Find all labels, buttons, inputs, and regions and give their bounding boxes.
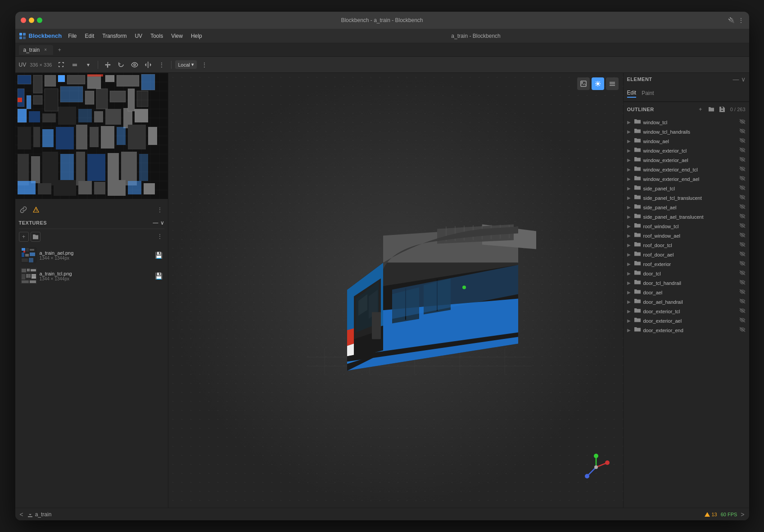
outliner-item[interactable]: ▶ door_tcl (624, 269, 749, 278)
menu-view-btn[interactable] (606, 77, 619, 90)
texture-save-tcl[interactable]: 💾 (155, 272, 163, 280)
outliner-visibility-btn[interactable] (739, 204, 746, 211)
save-outliner-btn[interactable] (718, 105, 727, 114)
outliner-item[interactable]: ▶ window_exterior_end_tcl (624, 165, 749, 174)
menu-transform[interactable]: Transform (99, 31, 130, 41)
outliner-item[interactable]: ▶ door_exterior_ael (624, 316, 749, 325)
textures-expand[interactable]: ∨ (160, 220, 164, 226)
outliner-item[interactable]: ▶ side_panel_tcl_translucent (624, 193, 749, 203)
outliner-visibility-btn[interactable] (739, 176, 746, 182)
texture-item-ael[interactable]: a_train_ael.png 1344 × 1344px 💾 (19, 245, 164, 265)
menu-uv[interactable]: UV (131, 31, 146, 41)
nav-right[interactable]: > (741, 511, 744, 518)
outliner-visibility-btn[interactable] (739, 251, 746, 258)
panel-more-icon[interactable]: ⋮ (155, 205, 164, 214)
textures-collapse[interactable]: — (153, 220, 158, 226)
more-icon[interactable]: ⋮ (738, 17, 744, 23)
tab-paint[interactable]: Paint (642, 90, 654, 97)
menu-tools[interactable]: Tools (147, 31, 167, 41)
outliner-item[interactable]: ▶ door_exterior_tcl (624, 307, 749, 316)
flip-btn[interactable] (142, 59, 154, 71)
outliner-item[interactable]: ▶ window_exterior_end_ael (624, 174, 749, 184)
outliner-item[interactable]: ▶ roof_exterior (624, 259, 749, 269)
link-icon[interactable] (19, 205, 28, 214)
more-btn[interactable]: ⋮ (156, 59, 167, 71)
outliner-item[interactable]: ▶ roof_window_tcl (624, 221, 749, 231)
image-view-btn[interactable] (577, 77, 590, 90)
outliner-visibility-btn[interactable] (739, 128, 746, 135)
outliner-item[interactable]: ▶ door_ael (624, 288, 749, 297)
eye-btn[interactable] (129, 59, 140, 71)
outliner-list[interactable]: ▶ window_tcl ▶ window_tcl_ (624, 117, 749, 508)
outliner-visibility-btn[interactable] (739, 157, 746, 163)
outliner-item[interactable]: ▶ roof_door_ael (624, 250, 749, 259)
rotate-btn[interactable] (115, 59, 127, 71)
outliner-item[interactable]: ▶ door_ael_handrail (624, 297, 749, 307)
outliner-item[interactable]: ▶ door_exterior_end (624, 325, 749, 335)
nav-left[interactable]: < (20, 511, 23, 518)
add-texture-folder-btn[interactable] (31, 232, 41, 242)
outliner-visibility-btn[interactable] (739, 147, 746, 154)
local-dropdown[interactable]: Local ▾ (175, 60, 196, 69)
outliner-visibility-btn[interactable] (739, 119, 746, 126)
outliner-item[interactable]: ▶ roof_window_ael (624, 231, 749, 240)
maximize-button[interactable] (37, 18, 42, 23)
close-button[interactable] (21, 18, 26, 23)
texture-save-ael[interactable]: 💾 (155, 252, 163, 259)
tab-close-button[interactable]: × (42, 47, 49, 53)
outliner-chevron: ▶ (627, 309, 633, 314)
outliner-visibility-btn[interactable] (739, 194, 746, 201)
dropdown-btn[interactable]: ▾ (82, 59, 94, 71)
tab-add-button[interactable]: + (55, 45, 64, 54)
outliner-item[interactable]: ▶ window_exterior_ael (624, 155, 749, 165)
add-cube-btn[interactable]: + (696, 105, 705, 114)
outliner-item[interactable]: ▶ side_panel_ael (624, 203, 749, 212)
outliner-visibility-btn[interactable] (739, 327, 746, 334)
tab-edit[interactable]: Edit (627, 90, 637, 98)
outliner-visibility-btn[interactable] (739, 289, 746, 296)
outliner-visibility-btn[interactable] (739, 138, 746, 144)
element-collapse[interactable]: — (733, 76, 739, 83)
outliner-visibility-btn[interactable] (739, 261, 746, 267)
menu-help[interactable]: Help (187, 31, 206, 41)
plugin-icon[interactable]: 🔌 (728, 17, 735, 23)
more-options-btn[interactable]: ⋮ (199, 59, 210, 71)
outliner-item[interactable]: ▶ window_ael (624, 136, 749, 146)
outliner-item[interactable]: ▶ window_exterior_tcl (624, 146, 749, 155)
outliner-visibility-btn[interactable] (739, 223, 746, 230)
tab-a-train[interactable]: a_train × (19, 45, 54, 55)
equals-btn[interactable] (69, 59, 81, 71)
outliner-visibility-btn[interactable] (739, 280, 746, 286)
outliner-item[interactable]: ▶ door_tcl_handrail (624, 278, 749, 288)
texture-item-tcl[interactable]: a_train_tcl.png 1344 × 1344px 💾 (19, 266, 164, 286)
outliner-visibility-btn[interactable] (739, 242, 746, 248)
menu-file[interactable]: File (64, 31, 80, 41)
fullscreen-btn[interactable] (55, 59, 67, 71)
add-texture-btn[interactable]: + (19, 232, 29, 242)
outliner-visibility-btn[interactable] (739, 166, 746, 173)
outliner-visibility-btn[interactable] (739, 298, 746, 305)
outliner-visibility-btn[interactable] (739, 317, 746, 324)
svg-point-90 (594, 465, 598, 469)
outliner-item[interactable]: ▶ window_tcl_handrails (624, 127, 749, 136)
move-btn[interactable] (102, 59, 113, 71)
outliner-visibility-btn[interactable] (739, 213, 746, 220)
uv-canvas[interactable] (15, 73, 168, 199)
add-group-btn[interactable] (707, 105, 716, 114)
outliner-item[interactable]: ▶ side_panel_tcl (624, 184, 749, 193)
outliner-item[interactable]: ▶ window_tcl (624, 117, 749, 127)
outliner-visibility-btn[interactable] (739, 232, 746, 239)
outliner-item[interactable]: ▶ roof_door_tcl (624, 240, 749, 250)
3d-view-btn[interactable] (592, 77, 604, 90)
viewport[interactable] (168, 73, 623, 508)
textures-more-icon[interactable]: ⋮ (155, 232, 164, 241)
outliner-visibility-btn[interactable] (739, 270, 746, 277)
outliner-item[interactable]: ▶ side_panel_ael_translucent (624, 212, 749, 221)
warning-icon[interactable] (32, 205, 41, 214)
menu-edit[interactable]: Edit (81, 31, 98, 41)
menu-view[interactable]: View (167, 31, 186, 41)
minimize-button[interactable] (29, 18, 34, 23)
element-expand[interactable]: ∨ (741, 76, 746, 83)
outliner-visibility-btn[interactable] (739, 308, 746, 315)
outliner-visibility-btn[interactable] (739, 185, 746, 192)
